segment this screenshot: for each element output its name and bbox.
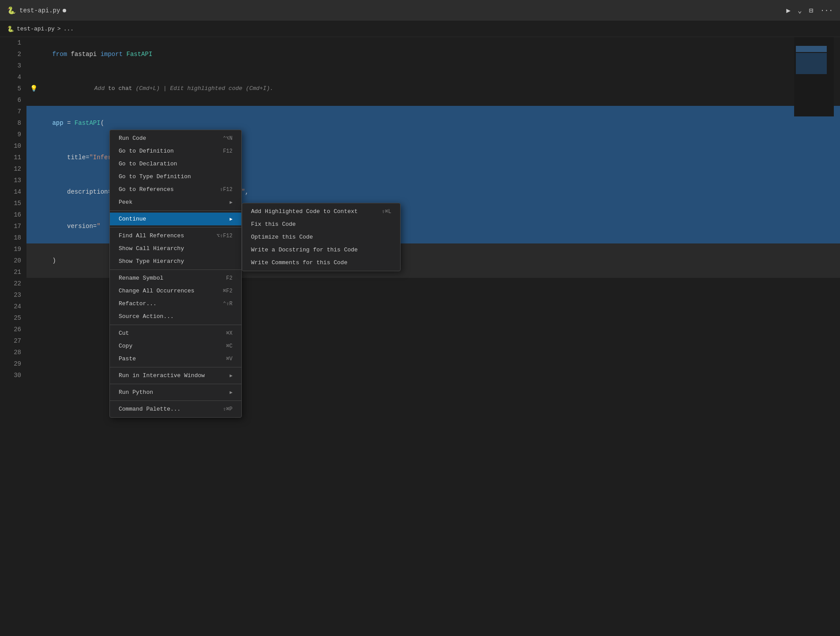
menu-item-show-call-hierarchy[interactable]: Show Call Hierarchy bbox=[110, 242, 241, 255]
shortcut-find-all-refs: ⌥⇧F12 bbox=[217, 232, 232, 239]
shortcut-goto-references: ⇧F12 bbox=[220, 186, 232, 193]
submenu-item-fix-code[interactable]: Fix this Code bbox=[242, 218, 400, 231]
tab-label: test-api.py bbox=[19, 7, 66, 14]
tab[interactable]: 🐍 test-api.py bbox=[7, 6, 66, 15]
breadcrumb-file-icon: 🐍 bbox=[7, 26, 14, 33]
code-line-29 bbox=[26, 519, 840, 530]
submenu-label-fix-code: Fix this Code bbox=[251, 221, 391, 228]
submenu-label-add-highlighted: Add Highlighted Code to Context bbox=[251, 208, 382, 215]
submenu-item-write-docstring[interactable]: Write a Docstring for this Code bbox=[242, 243, 400, 256]
menu-label-cut: Cut bbox=[119, 330, 216, 337]
separator-6 bbox=[110, 384, 241, 384]
menu-label-continue: Continue bbox=[119, 216, 226, 222]
menu-item-run-interactive[interactable]: Run in Interactive Window ▶ bbox=[110, 369, 241, 382]
shortcut-command-palette: ⇧⌘P bbox=[223, 406, 232, 412]
code-line-1: from fastapi import FastAPI bbox=[26, 37, 840, 71]
code-line-2: 💡 Add to chat (Cmd+L) | Edit highlighted… bbox=[26, 71, 840, 106]
submenu-item-add-highlighted[interactable]: Add Highlighted Code to Context ⇧⌘L bbox=[242, 205, 400, 218]
more-actions-icon[interactable]: ··· bbox=[820, 7, 833, 15]
separator-2 bbox=[110, 227, 241, 228]
code-line-28 bbox=[26, 507, 840, 519]
menu-label-change-all-occurrences: Change All Occurrences bbox=[119, 288, 212, 294]
shortcut-goto-definition: F12 bbox=[223, 148, 232, 154]
code-line-25 bbox=[26, 473, 840, 484]
separator-4 bbox=[110, 325, 241, 325]
menu-label-command-palette: Command Palette... bbox=[119, 406, 212, 412]
menu-item-copy[interactable]: Copy ⌘C bbox=[110, 340, 241, 352]
title-bar: 🐍 test-api.py ▶ ⌄ ⊟ ··· bbox=[0, 0, 840, 21]
menu-label-run-interactive: Run in Interactive Window bbox=[119, 372, 226, 379]
menu-item-rename-symbol[interactable]: Rename Symbol F2 bbox=[110, 272, 241, 284]
code-line-30 bbox=[26, 530, 840, 542]
menu-label-show-type-hierarchy: Show Type Hierarchy bbox=[119, 258, 232, 265]
menu-item-peek[interactable]: Peek ▶ bbox=[110, 196, 241, 209]
menu-item-goto-type-definition[interactable]: Go to Type Definition bbox=[110, 170, 241, 183]
separator-1 bbox=[110, 210, 241, 211]
context-menu: Run Code ⌃⌥N Go to Definition F12 Go to … bbox=[109, 130, 242, 418]
arrow-run-python: ▶ bbox=[229, 389, 232, 395]
dropdown-icon[interactable]: ⌄ bbox=[798, 6, 802, 15]
menu-item-goto-declaration[interactable]: Go to Declaration bbox=[110, 157, 241, 170]
menu-label-run-code: Run Code bbox=[119, 135, 212, 142]
code-line-26 bbox=[26, 484, 840, 496]
submenu-item-write-comments[interactable]: Write Comments for this Code bbox=[242, 256, 400, 269]
breadcrumb-filename[interactable]: test-api.py bbox=[17, 26, 55, 32]
menu-item-run-code[interactable]: Run Code ⌃⌥N bbox=[110, 132, 241, 145]
line-numbers: 1 2 3 4 5 6 7 8 9 10 11 12 13 14 15 16 1… bbox=[0, 37, 26, 636]
continue-submenu: Add Highlighted Code to Context ⇧⌘L Fix … bbox=[242, 203, 401, 271]
run-icon[interactable]: ▶ bbox=[786, 6, 791, 15]
menu-label-rename-symbol: Rename Symbol bbox=[119, 275, 216, 281]
menu-item-cut[interactable]: Cut ⌘X bbox=[110, 327, 241, 340]
shortcut-add-highlighted: ⇧⌘L bbox=[382, 208, 391, 215]
shortcut-run-code: ⌃⌥N bbox=[223, 135, 232, 142]
file-name: test-api.py bbox=[19, 7, 60, 14]
unsaved-dot bbox=[63, 9, 66, 12]
split-editor-icon[interactable]: ⊟ bbox=[809, 6, 814, 15]
menu-label-goto-declaration: Go to Declaration bbox=[119, 161, 232, 167]
submenu-label-optimize-code: Optimize this Code bbox=[251, 234, 391, 240]
shortcut-cut: ⌘X bbox=[226, 330, 232, 337]
menu-item-change-all-occurrences[interactable]: Change All Occurrences ⌘F2 bbox=[110, 284, 241, 297]
shortcut-change-all-occurrences: ⌘F2 bbox=[223, 288, 232, 294]
menu-item-continue[interactable]: Continue ▶ bbox=[110, 213, 241, 225]
breadcrumb-separator: > bbox=[57, 26, 61, 32]
arrow-run-interactive: ▶ bbox=[229, 373, 232, 378]
code-line-24 bbox=[26, 461, 840, 473]
submenu-label-write-docstring: Write a Docstring for this Code bbox=[251, 247, 391, 253]
shortcut-rename-symbol: F2 bbox=[226, 275, 232, 281]
menu-label-paste: Paste bbox=[119, 355, 216, 362]
shortcut-paste: ⌘V bbox=[226, 355, 232, 362]
menu-label-find-all-refs: Find All References bbox=[119, 232, 206, 239]
code-line-21 bbox=[26, 427, 840, 438]
menu-label-source-action: Source Action... bbox=[119, 313, 232, 320]
code-line-23 bbox=[26, 450, 840, 461]
editor-area: 1 2 3 4 5 6 7 8 9 10 11 12 13 14 15 16 1… bbox=[0, 37, 840, 636]
shortcut-refactor: ⌃⇧R bbox=[223, 300, 232, 307]
arrow-peek: ▶ bbox=[229, 199, 232, 205]
menu-label-run-python: Run Python bbox=[119, 389, 226, 396]
menu-item-show-type-hierarchy[interactable]: Show Type Hierarchy bbox=[110, 255, 241, 268]
arrow-continue: ▶ bbox=[229, 216, 232, 222]
separator-5 bbox=[110, 367, 241, 367]
menu-item-source-action[interactable]: Source Action... bbox=[110, 310, 241, 323]
separator-7 bbox=[110, 400, 241, 401]
breadcrumb-ellipsis[interactable]: ... bbox=[64, 26, 74, 32]
minimap bbox=[794, 37, 834, 116]
shortcut-copy: ⌘C bbox=[226, 343, 232, 349]
menu-item-refactor[interactable]: Refactor... ⌃⇧R bbox=[110, 297, 241, 310]
menu-item-command-palette[interactable]: Command Palette... ⇧⌘P bbox=[110, 403, 241, 415]
code-line-27 bbox=[26, 496, 840, 507]
menu-item-paste[interactable]: Paste ⌘V bbox=[110, 352, 241, 365]
menu-item-find-all-refs[interactable]: Find All References ⌥⇧F12 bbox=[110, 229, 241, 242]
menu-item-goto-references[interactable]: Go to References ⇧F12 bbox=[110, 183, 241, 196]
menu-label-goto-references: Go to References bbox=[119, 186, 209, 193]
menu-label-peek: Peek bbox=[119, 199, 226, 206]
menu-label-show-call-hierarchy: Show Call Hierarchy bbox=[119, 245, 232, 252]
submenu-item-optimize-code[interactable]: Optimize this Code bbox=[242, 231, 400, 243]
title-bar-actions: ▶ ⌄ ⊟ ··· bbox=[786, 6, 833, 15]
menu-item-goto-definition[interactable]: Go to Definition F12 bbox=[110, 145, 241, 157]
menu-label-goto-type-definition: Go to Type Definition bbox=[119, 173, 232, 180]
separator-3 bbox=[110, 269, 241, 270]
code-line-22 bbox=[26, 438, 840, 450]
menu-item-run-python[interactable]: Run Python ▶ bbox=[110, 386, 241, 399]
